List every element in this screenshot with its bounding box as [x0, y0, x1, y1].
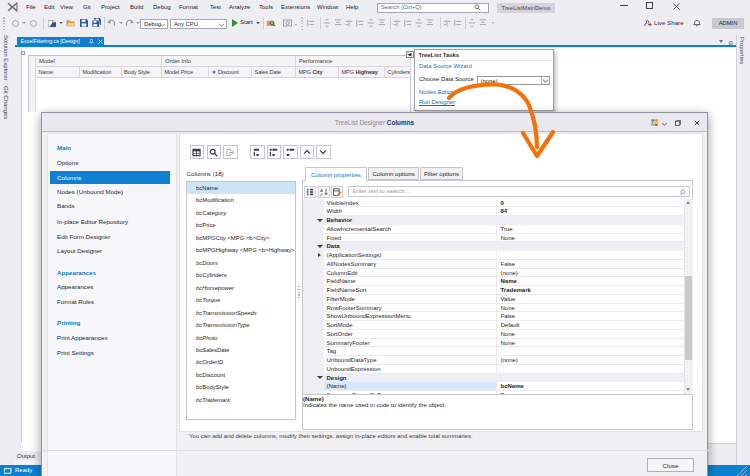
svg-text:Z: Z	[320, 192, 323, 196]
